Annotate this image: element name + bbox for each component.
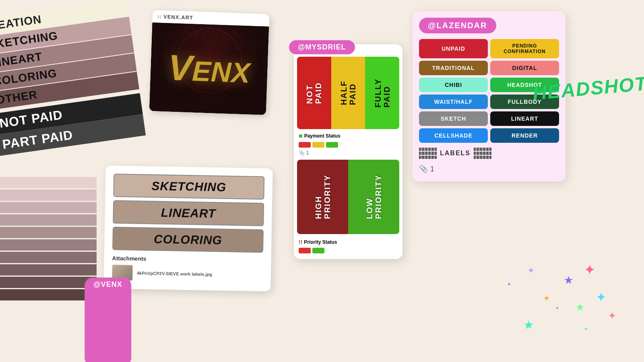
star-orange: ★ xyxy=(543,294,550,302)
venx-label-sketching: SKETCHING xyxy=(113,174,264,200)
star-teal: ★ xyxy=(523,318,534,332)
btn-pending[interactable]: PENDING CONFIRMATION xyxy=(490,39,559,58)
fully-paid-text: FULLYPAID xyxy=(374,78,391,108)
payment-status-title: ■ Payment Status xyxy=(299,132,398,140)
dot-red xyxy=(299,142,311,148)
venx-label-coloring: COLORING xyxy=(112,227,264,253)
priority-dots xyxy=(299,248,398,253)
mysdriel-tag: @MYSDRIEL xyxy=(289,40,355,54)
pattern-stripe-6 xyxy=(474,156,491,159)
not-paid-text: NOTPAID xyxy=(305,82,323,104)
star-purple: ★ xyxy=(564,274,574,287)
high-priority-col: HIGHPRIORITY xyxy=(297,160,348,234)
btn-unpaid[interactable]: UNPAID xyxy=(419,39,488,58)
attachments-section: Attachments 4kPnVpCP2V-SIEVE work labels… xyxy=(112,255,263,284)
pattern-stripe-2 xyxy=(419,152,437,155)
venx-tag: @VENX xyxy=(85,278,131,362)
btn-traditional[interactable]: TRADITIONAL xyxy=(419,61,488,75)
priority-status-title: !! Priority Status xyxy=(299,239,398,245)
labels-pattern-icon-2 xyxy=(474,148,491,159)
dot-small-1: ✦ xyxy=(507,282,511,287)
lazendar-labels-row: LABELS xyxy=(419,148,559,159)
attachments-title: Attachments xyxy=(112,255,263,264)
priority-status-section: !! Priority Status xyxy=(294,236,402,255)
swatch-10 xyxy=(0,289,97,300)
btn-lineart[interactable]: LINEART xyxy=(490,111,559,126)
lazendar-attachment: 📎 1 xyxy=(419,163,559,175)
half-paid-text: HALFPAID xyxy=(339,80,357,105)
half-paid-col: HALFPAID xyxy=(331,57,365,129)
btn-cellshade[interactable]: CELLSHADE xyxy=(419,128,488,143)
attachment-filename: 4kPnVpCP2V-SIEVE work labels.jpg xyxy=(137,271,212,277)
fully-paid-col: FULLYPAID xyxy=(365,57,399,129)
attachment-info: 4kPnVpCP2V-SIEVE work labels.jpg xyxy=(137,271,212,277)
dot-green xyxy=(326,142,338,148)
high-priority-text: HIGHPRIORITY xyxy=(314,175,332,219)
payment-color-grid: NOTPAID HALFPAID FULLYPAID xyxy=(297,57,399,129)
lazendar-tag: @LAZENDAR xyxy=(419,18,496,33)
venx-card: :: VENX.ART VENX xyxy=(149,10,270,115)
swatch-9 xyxy=(0,277,97,288)
low-priority-text: LOWPRIORITY xyxy=(365,175,383,219)
payment-status-section: ■ Payment Status xyxy=(294,129,402,149)
labels-pattern-icon xyxy=(419,148,437,159)
btn-chibi[interactable]: CHIBI xyxy=(419,78,488,92)
attachment-item: 4kPnVpCP2V-SIEVE work labels.jpg xyxy=(112,265,263,284)
venx-image: VENX xyxy=(149,23,269,115)
swatch-2 xyxy=(0,189,97,201)
payment-dots xyxy=(299,142,398,148)
pattern-stripe-4 xyxy=(474,148,491,151)
pattern-stripe-3 xyxy=(419,156,437,159)
priority-grid: HIGHPRIORITY LOWPRIORITY xyxy=(297,160,399,234)
swatch-7 xyxy=(0,252,97,263)
star-pink: ✦ xyxy=(584,261,596,278)
not-paid-col: NOTPAID xyxy=(297,57,331,129)
work-labels-card: IDEATION SKETCHING LINEART COLORING OTHE… xyxy=(0,0,146,156)
swatch-1 xyxy=(0,177,97,188)
mysdriel-attachment-count: 📎 1 xyxy=(294,149,402,156)
priority-dot-red xyxy=(299,248,311,253)
btn-sketch[interactable]: SKETCH xyxy=(419,111,488,126)
swatch-8 xyxy=(0,264,97,276)
left-swatches xyxy=(0,177,97,302)
pattern-stripe-1 xyxy=(419,148,437,151)
dot-yellow xyxy=(312,142,324,148)
star-cyan: ✦ xyxy=(596,290,607,305)
swatch-4 xyxy=(0,214,97,226)
priority-dot-green xyxy=(312,248,324,253)
star-lavender: ✦ xyxy=(527,265,535,276)
btn-digital[interactable]: DIGITAL xyxy=(490,61,559,75)
venx-labels-card: SKETCHING LINEART COLORING Attachments 4… xyxy=(103,165,272,291)
btn-waist[interactable]: WAIST/HALF xyxy=(419,95,488,109)
paperclip-icon: 📎 xyxy=(419,165,428,173)
swatch-3 xyxy=(0,202,97,213)
dot-small-3: ✦ xyxy=(584,326,588,332)
mysdriel-card: COLOR KEY NOTPAID HALFPAID FULLYPAID ■ P… xyxy=(294,44,402,259)
low-priority-col: LOWPRIORITY xyxy=(348,160,399,234)
btn-render[interactable]: RENDER xyxy=(490,128,559,143)
dot-small-2: ★ xyxy=(555,306,559,310)
lazendar-attachment-count: 1 xyxy=(430,165,434,173)
swatch-5 xyxy=(0,227,97,238)
pattern-stripe-5 xyxy=(474,152,491,155)
star-green: ★ xyxy=(576,302,584,313)
venx-logo: VENX xyxy=(167,47,251,91)
swatch-6 xyxy=(0,239,97,251)
venx-label-lineart: LINEART xyxy=(113,200,264,226)
stars-decoration: ✦ ★ ✦ ★ ✦ ★ ✦ ★ ✦ ★ ✦ xyxy=(503,261,624,342)
labels-text: LABELS xyxy=(440,150,471,157)
star-red: ✦ xyxy=(608,310,617,322)
